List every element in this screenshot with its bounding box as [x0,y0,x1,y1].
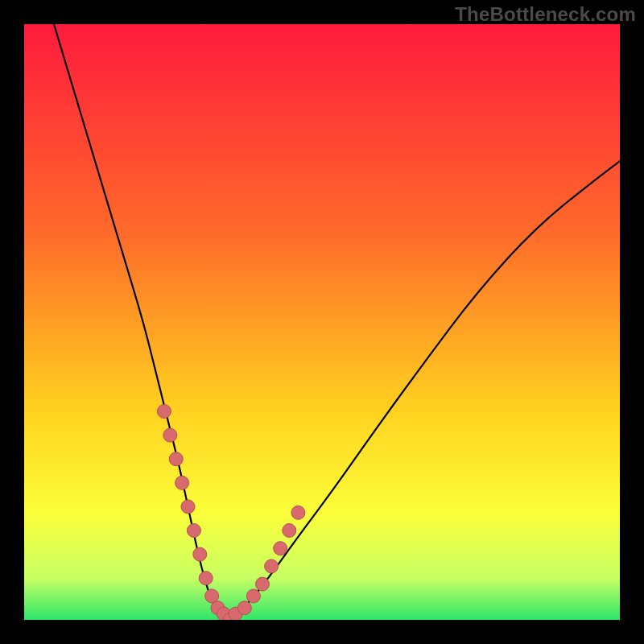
plot-svg [24,24,620,620]
data-dot [157,405,171,419]
data-dot [163,428,177,442]
app-frame: TheBottleneck.com [0,0,644,644]
data-dot [175,476,189,489]
plot-area [24,24,620,620]
watermark-text: TheBottleneck.com [455,3,636,26]
gradient-background [24,24,620,620]
data-dot [265,559,279,573]
data-dot [169,452,183,466]
data-dot [187,524,200,538]
data-dot [274,542,287,555]
data-dot [291,506,305,519]
data-dot [246,589,260,603]
data-dot [283,524,296,538]
data-dot [237,601,251,615]
data-dot [181,500,195,514]
data-dot [199,572,213,585]
data-dot [193,547,207,561]
data-dot [256,577,270,591]
